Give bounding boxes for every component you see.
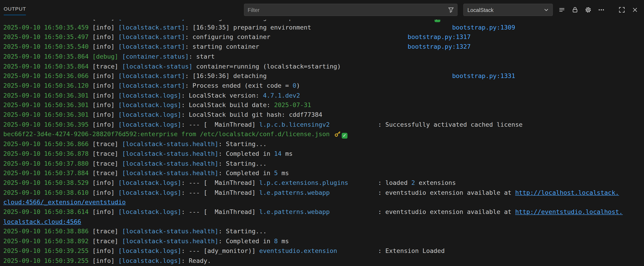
message-text: : Successfully activated cached license [330, 121, 522, 128]
output-channel-label: LocalStack [468, 7, 494, 13]
license-text: 2025-07-31 [274, 102, 311, 109]
close-icon [632, 6, 638, 13]
logger-name: [localstack.logs] [118, 179, 181, 187]
key-icon [334, 131, 341, 137]
logger-name: [localstack.logs] [118, 92, 181, 99]
filter-box [244, 3, 458, 16]
message-text: [info] [92, 72, 118, 80]
chevron-down-icon [543, 6, 550, 13]
message-text: : Ready. [181, 257, 211, 265]
log-line: 2025-09-10 16:50:35.459 [info] [localsta… [4, 23, 644, 32]
message-text: extensions [415, 179, 456, 187]
logger-name: [localstack-status.health] [122, 160, 218, 167]
log-line: 2025-09-10 16:50:36.301 [info] [localsta… [4, 110, 644, 120]
timestamp: 2025-09-10 16:50:35.864 [4, 62, 92, 70]
message-text: [info] [92, 82, 118, 90]
message-text: : --- [ MainThread] [181, 121, 259, 128]
settings-button[interactable] [584, 5, 593, 14]
output-panel: OUTPUT LocalStack [0, 0, 644, 266]
timestamp: 2025-09-10 16:50:37.884 [4, 169, 92, 177]
lock-icon [572, 6, 578, 13]
url-link[interactable]: cloud:4566/_extension/eventstudio [4, 199, 126, 206]
file-link[interactable]: bootstrap.py:1327 [408, 43, 470, 50]
timestamp: 2025-09-10 16:50:38.614 [4, 208, 92, 216]
logger-name: l.e.patterns.webapp [259, 208, 330, 216]
number-value: 14 [274, 150, 282, 157]
tab-output[interactable]: OUTPUT [4, 6, 26, 15]
logger-name: l.e.patterns.webapp [259, 189, 330, 196]
logger-name: [localstack.start] [118, 33, 185, 41]
file-link[interactable]: bootstrap.py:1317 [408, 33, 470, 41]
log-line: 2025-09-10 16:50:38.892 [trace] [localst… [4, 237, 644, 246]
scroll-lock-button[interactable] [570, 5, 580, 14]
message-text: container=running (localstack=starting) [192, 62, 341, 70]
message-text: ms [278, 169, 289, 177]
file-link[interactable]: bootstrap.py:1309 [452, 24, 515, 31]
number-value: 2 [412, 179, 415, 187]
timestamp: 2025-09-10 16:50:36.066 [4, 72, 92, 80]
message-text: : loaded [348, 179, 411, 187]
url-link[interactable]: http://localhost.localstack. [515, 189, 619, 196]
message-text: : [16:50:36] detaching [185, 72, 266, 80]
message-text: ms [282, 150, 293, 157]
message-text [322, 20, 434, 21]
message-text: : Extension Loaded [337, 247, 444, 255]
gear-icon [585, 6, 592, 13]
message-text: : Completed in [218, 169, 274, 177]
filter-toggle-button[interactable] [445, 6, 457, 13]
log-container[interactable]: 2025-09-10 16:50:35.423 [info] [localsta… [0, 20, 644, 266]
message-text: [info] [92, 43, 118, 50]
log-line: bec66f22-3d4e-4274-9206-28820f76d592:ent… [4, 130, 644, 139]
message-text: [info] [92, 247, 118, 255]
url-link[interactable]: localstack.cloud:4566 [4, 218, 81, 225]
more-actions-button[interactable] [597, 5, 606, 14]
logger-name: [localstack.logs] [118, 208, 181, 216]
message-text: : Starting... [218, 140, 267, 148]
message-text: : [16:50:35] preparing environment [185, 24, 311, 31]
close-panel-button[interactable] [630, 5, 640, 14]
timestamp: 2025-09-10 16:50:38.610 [4, 189, 92, 196]
logger-name: [localstack.logs] [118, 102, 181, 109]
message-text: : LocalStack build date: [181, 102, 274, 109]
word-wrap-icon [559, 6, 565, 13]
message-text: ) [296, 82, 300, 90]
message-text: : LocalStack build git hash: cddf77384 [181, 111, 322, 119]
expand-icon [618, 6, 625, 13]
panel-toolbar: OUTPUT LocalStack [0, 0, 644, 20]
logger-name: [localstack.logs] [118, 121, 181, 128]
log-line: 2025-09-10 16:50:35.497 [info] [localsta… [4, 32, 644, 42]
message-text: : eventstudio extension available at [330, 189, 515, 196]
message-text: [info] [92, 33, 118, 41]
logger-name: [localstack.start] [118, 20, 185, 21]
timestamp: 2025-09-10 16:50:36.878 [4, 150, 92, 157]
message-text: [info] [92, 179, 118, 187]
output-channel-select[interactable]: LocalStack [463, 3, 553, 16]
message-text: [trace] [92, 150, 122, 157]
message-text [270, 33, 408, 41]
maximize-panel-button[interactable] [617, 5, 626, 14]
logger-name: l.p.c.extensions.plugins [259, 179, 348, 187]
log-line: 2025-09-10 16:50:36.866 [trace] [localst… [4, 139, 644, 149]
url-link[interactable]: http://eventstudio.localhost. [515, 208, 622, 216]
message-text: : --- [ady_monitor)] [181, 247, 259, 255]
message-text: : Completed in [218, 150, 274, 157]
logger-name: eventstudio.extension [259, 247, 337, 255]
message-text: [info] [92, 121, 118, 128]
log-level-debug: [debug] [92, 53, 122, 60]
filter-input[interactable] [244, 7, 445, 13]
ellipsis-icon [598, 6, 604, 13]
message-text: : --- [ MainThread] [181, 179, 259, 187]
message-text: : ensuring docker image is up to date [185, 20, 322, 21]
log-line: cloud:4566/_extension/eventstudio [4, 198, 644, 207]
message-text: ms [278, 237, 289, 245]
log-line: 2025-09-10 16:50:39.255 [info] [localsta… [4, 256, 644, 266]
logger-name: [localstack.start] [118, 24, 185, 31]
logger-name: [localstack-status.health] [122, 150, 218, 157]
message-text: : starting container [185, 43, 259, 50]
log-line: 2025-09-10 16:50:36.878 [trace] [localst… [4, 149, 644, 159]
log-line: 2025-09-10 16:50:36.301 [info] [localsta… [4, 101, 644, 110]
message-text: [info] [92, 111, 118, 119]
file-link[interactable]: bootstrap.py:1331 [452, 72, 515, 80]
word-wrap-button[interactable] [557, 5, 566, 14]
logger-name: [localstack-status.health] [122, 228, 218, 235]
